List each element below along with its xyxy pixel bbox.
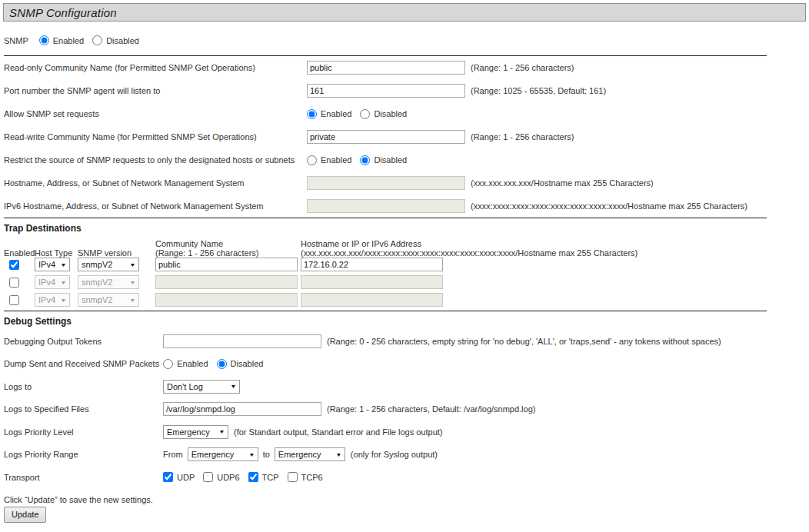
logs-to-label: Logs to — [4, 382, 163, 391]
trap-row1-enabled-checkbox[interactable] — [9, 260, 19, 270]
snmp-port-hint: (Range: 1025 - 65535, Default: 161) — [471, 86, 606, 95]
allow-set-requests-row: Allow SNMP set requests Enabled Disabled — [4, 102, 809, 125]
trap-destinations-heading: Trap Destinations — [4, 223, 809, 234]
restrict-source-disabled-option[interactable]: Disabled — [360, 155, 407, 165]
transport-tcp6-label: TCP6 — [301, 473, 323, 482]
priority-range-label: Logs Priority Range — [4, 450, 163, 459]
priority-level-value: Emergency — [167, 427, 210, 437]
allow-set-disabled-option[interactable]: Disabled — [360, 109, 407, 119]
allow-set-requests-label: Allow SNMP set requests — [4, 109, 307, 118]
priority-range-to-select[interactable]: Emergency ▼ — [275, 447, 345, 461]
trap-row3-enabled-checkbox[interactable] — [9, 295, 19, 305]
priority-range-from-value: Emergency — [191, 450, 235, 459]
logs-file-label: Logs to Specified Files — [4, 404, 163, 414]
read-only-community-label: Read-only Community Name (for Permitted … — [4, 63, 307, 72]
transport-tcp6-option[interactable]: TCP6 — [288, 472, 323, 482]
nms-host-v6-input — [307, 199, 465, 213]
read-write-community-input[interactable] — [307, 130, 465, 144]
dropdown-arrow-icon: ▼ — [60, 280, 66, 285]
logs-file-input[interactable] — [163, 402, 321, 416]
snmp-disabled-label: Disabled — [106, 36, 139, 45]
priority-range-to-value: Emergency — [278, 450, 321, 459]
transport-tcp-option[interactable]: TCP — [248, 472, 279, 482]
priority-level-select[interactable]: Emergency ▼ — [163, 425, 228, 439]
transport-tcp-checkbox[interactable] — [248, 472, 258, 482]
dump-packets-enabled-label: Enabled — [177, 359, 208, 368]
dropdown-arrow-icon: ▼ — [218, 429, 225, 434]
transport-udp6-checkbox[interactable] — [203, 472, 213, 482]
nms-host-input — [307, 176, 465, 190]
snmp-enabled-option[interactable]: Enabled — [39, 35, 84, 45]
trap-row3-host-type-select: IPv4 ▼ — [35, 293, 70, 307]
restrict-source-enabled-option[interactable]: Enabled — [307, 155, 351, 165]
restrict-source-disabled-radio[interactable] — [360, 155, 370, 165]
trap-col-hostname-title: Hostname or IP or IPv6 Address — [301, 239, 638, 248]
dropdown-arrow-icon: ▼ — [248, 452, 255, 457]
trap-row1-host-type-value: IPv4 — [38, 260, 55, 269]
read-only-community-hint: (Range: 1 - 256 characters) — [471, 63, 574, 72]
logs-to-select[interactable]: Don't Log ▼ — [163, 380, 240, 394]
allow-set-enabled-radio[interactable] — [307, 109, 317, 119]
trap-row3-snmp-version-select: snmpV2 ▼ — [78, 293, 139, 307]
trap-row3-host-type-value: IPv4 — [38, 295, 55, 304]
snmp-disabled-option[interactable]: Disabled — [92, 35, 139, 45]
snmp-enabled-radio[interactable] — [39, 35, 49, 45]
read-only-community-row: Read-only Community Name (for Permitted … — [4, 56, 809, 79]
trap-table-header: Enabled Host Type SNMP version Community… — [4, 239, 809, 258]
dump-packets-disabled-option[interactable]: Disabled — [217, 359, 264, 369]
transport-udp-checkbox[interactable] — [163, 472, 173, 482]
allow-set-enabled-option[interactable]: Enabled — [307, 109, 351, 119]
snmp-port-label: Port number the SNMP agent will listen t… — [4, 86, 307, 95]
logs-to-value: Don't Log — [167, 382, 203, 391]
transport-tcp6-checkbox[interactable] — [288, 472, 298, 482]
debug-settings-heading: Debug Settings — [4, 316, 809, 327]
trap-row1-snmp-version-select[interactable]: snmpV2 ▼ — [78, 258, 139, 271]
allow-set-disabled-label: Disabled — [374, 109, 407, 118]
dropdown-arrow-icon: ▼ — [60, 298, 66, 303]
priority-range-from-select[interactable]: Emergency ▼ — [188, 447, 258, 461]
transport-row: Transport UDP UDP6 TCP TCP6 — [4, 466, 809, 489]
trap-col-community: Community Name (Range: 1 - 256 character… — [155, 239, 301, 258]
dump-packets-enabled-radio[interactable] — [163, 359, 173, 369]
restrict-source-disabled-label: Disabled — [374, 155, 407, 165]
trap-row2-snmp-version-select: snmpV2 ▼ — [78, 275, 139, 289]
priority-level-hint: (for Standart output, Standart error and… — [234, 427, 442, 437]
dump-packets-row: Dump Sent and Received SNMP Packets Enab… — [4, 353, 809, 376]
page-title-bar: SNMP Configuration — [3, 3, 806, 22]
transport-udp-option[interactable]: UDP — [163, 472, 195, 482]
allow-set-disabled-radio[interactable] — [360, 109, 370, 119]
trap-row2-snmp-version-value: snmpV2 — [82, 278, 112, 287]
trap-destination-row-3: IPv4 ▼ snmpV2 ▼ — [4, 293, 809, 307]
debug-tokens-row: Debugging Output Tokens (Range: 0 - 256 … — [4, 330, 809, 353]
page-title: SNMP Configuration — [9, 6, 117, 19]
trap-col-hostname: Hostname or IP or IPv6 Address (xxx.xxx.… — [301, 239, 638, 258]
transport-label: Transport — [4, 473, 163, 482]
nms-host-v6-label: IPv6 Hostname, Address, or Subnet of Net… — [4, 201, 307, 211]
restrict-source-enabled-radio[interactable] — [307, 155, 317, 165]
snmp-enable-row: SNMP Enabled Disabled — [4, 32, 809, 49]
transport-udp6-option[interactable]: UDP6 — [203, 472, 239, 482]
nms-host-v6-row: IPv6 Hostname, Address, or Subnet of Net… — [4, 195, 809, 218]
trap-col-enabled: Enabled — [4, 248, 35, 258]
update-button[interactable]: Update — [4, 507, 46, 523]
trap-col-snmp-version: SNMP version — [78, 248, 155, 258]
read-only-community-input[interactable] — [307, 61, 465, 75]
dump-packets-disabled-label: Disabled — [231, 359, 264, 368]
snmp-disabled-radio[interactable] — [92, 35, 102, 45]
trap-row3-snmp-version-value: snmpV2 — [82, 295, 112, 304]
trap-row2-enabled-checkbox[interactable] — [9, 278, 19, 288]
trap-row1-host-type-select[interactable]: IPv4 ▼ — [35, 258, 70, 271]
trap-row1-hostname-input[interactable] — [301, 258, 443, 271]
logs-to-row: Logs to Don't Log ▼ — [4, 375, 809, 398]
logs-file-hint: (Range: 1 - 256 characters, Default: /va… — [327, 404, 535, 414]
trap-row3-community-input — [155, 293, 298, 307]
debug-tokens-input[interactable] — [163, 334, 321, 348]
snmp-port-input[interactable] — [307, 84, 465, 98]
dump-packets-enabled-option[interactable]: Enabled — [163, 359, 208, 369]
trap-row1-community-input[interactable] — [155, 258, 298, 271]
trap-row2-community-input — [155, 275, 298, 289]
restrict-source-enabled-label: Enabled — [321, 155, 351, 165]
priority-range-to-word: to — [263, 450, 270, 459]
trap-destination-row-1: IPv4 ▼ snmpV2 ▼ — [4, 258, 809, 271]
dump-packets-disabled-radio[interactable] — [217, 359, 227, 369]
